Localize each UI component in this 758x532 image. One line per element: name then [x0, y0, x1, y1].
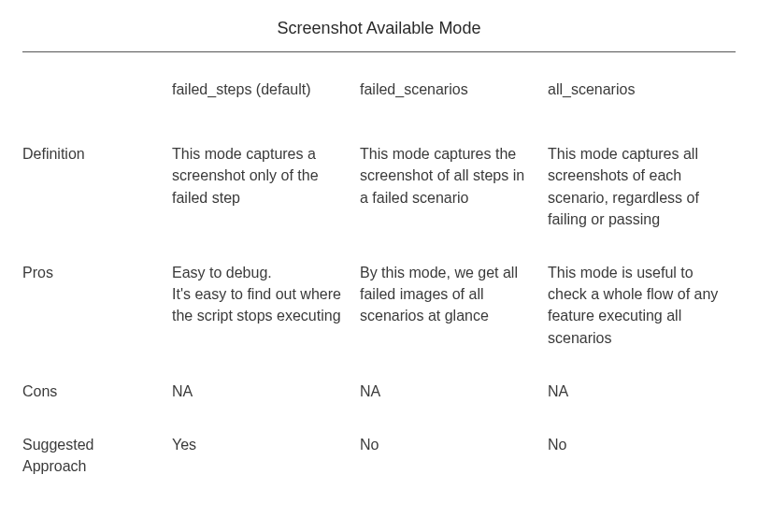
rowlabel-cons: Cons	[22, 381, 172, 434]
header-all-scenarios: all_scenarios	[548, 79, 736, 143]
row-suggested: Suggested Approach Yes No No	[22, 434, 736, 477]
rowlabel-pros: Pros	[22, 262, 172, 381]
cell-pros-all-scenarios: This mode is useful to check a whole flo…	[548, 262, 736, 381]
cell-cons-all-scenarios: NA	[548, 381, 736, 434]
cell-cons-failed-scenarios: NA	[360, 381, 548, 434]
cell-suggested-all-scenarios: No	[548, 434, 736, 477]
cell-pros-failed-steps: Easy to debug. It's easy to find out whe…	[172, 262, 360, 381]
cell-definition-all-scenarios: This mode captures all screenshots of ea…	[548, 143, 736, 262]
title-rule	[22, 51, 736, 52]
cell-definition-failed-scenarios: This mode captures the screenshot of all…	[360, 143, 548, 262]
header-failed-steps: failed_steps (default)	[172, 79, 360, 143]
cell-cons-failed-steps: NA	[172, 381, 360, 434]
pros-line-2: It's easy to find out where the script s…	[172, 283, 349, 326]
cell-definition-failed-steps: This mode captures a screenshot only of …	[172, 143, 360, 262]
cell-suggested-failed-scenarios: No	[360, 434, 548, 477]
row-cons: Cons NA NA NA	[22, 381, 736, 434]
pros-line-1: Easy to debug.	[172, 262, 349, 283]
table-header-row: failed_steps (default) failed_scenarios …	[22, 79, 736, 143]
rowlabel-definition: Definition	[22, 143, 172, 262]
rowlabel-suggested: Suggested Approach	[22, 434, 172, 477]
table-title: Screenshot Available Mode	[22, 19, 736, 51]
header-failed-scenarios: failed_scenarios	[360, 79, 548, 143]
modes-table: failed_steps (default) failed_scenarios …	[22, 79, 736, 477]
row-pros: Pros Easy to debug. It's easy to find ou…	[22, 262, 736, 381]
cell-pros-failed-scenarios: By this mode, we get all failed images o…	[360, 262, 548, 381]
cell-suggested-failed-steps: Yes	[172, 434, 360, 477]
row-definition: Definition This mode captures a screensh…	[22, 143, 736, 262]
header-empty	[22, 79, 172, 143]
